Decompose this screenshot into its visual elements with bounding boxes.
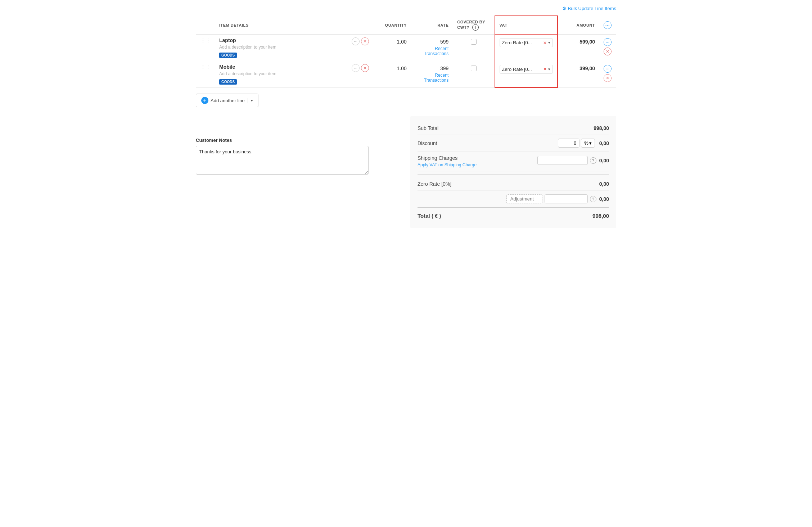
rate-value[interactable]: 599 bbox=[415, 37, 448, 45]
customer-notes-label: Customer Notes bbox=[196, 138, 402, 143]
subtotal-row: Sub Total 998,00 bbox=[418, 122, 609, 135]
discount-input[interactable] bbox=[558, 139, 579, 148]
vat-chevron-icon[interactable]: ▾ bbox=[548, 40, 550, 45]
vat-clear-icon[interactable]: ✕ bbox=[543, 40, 547, 45]
col-header-amount: AMOUNT bbox=[558, 16, 599, 34]
table-row: ⋮⋮ Laptop Add a description to your item… bbox=[196, 34, 616, 61]
shipping-help-icon[interactable]: ? bbox=[590, 157, 596, 164]
amount-value: 599,00 bbox=[562, 37, 595, 45]
cwt-info-icon[interactable]: i bbox=[472, 24, 479, 31]
total-value: 998,00 bbox=[592, 213, 609, 219]
customer-notes-textarea[interactable]: Thanks for your business. bbox=[196, 146, 369, 175]
shipping-value: 0,00 bbox=[599, 158, 609, 163]
adjustment-value-input[interactable] bbox=[545, 194, 588, 203]
adjustment-help-icon[interactable]: ? bbox=[590, 196, 596, 202]
item-options-button[interactable]: ··· bbox=[352, 37, 360, 45]
vat-select[interactable]: Zero Rate [0... ✕ ▾ bbox=[500, 65, 553, 74]
item-description[interactable]: Add a description to your item bbox=[219, 71, 276, 76]
cwt-checkbox[interactable] bbox=[471, 39, 477, 45]
totals-section: Sub Total 998,00 Discount % ▾ bbox=[410, 116, 616, 228]
discount-label: Discount bbox=[418, 140, 437, 146]
col-header-quantity: QUANTITY bbox=[373, 16, 411, 34]
goods-badge: GOODS bbox=[219, 53, 237, 58]
quantity-value[interactable]: 1.00 bbox=[378, 37, 407, 45]
col-header-item: ITEM DETAILS bbox=[215, 16, 373, 34]
item-description[interactable]: Add a description to your item bbox=[219, 45, 276, 50]
discount-row: Discount % ▾ 0,00 bbox=[418, 135, 609, 152]
amount-value: 399,00 bbox=[562, 64, 595, 71]
plus-icon: + bbox=[201, 97, 208, 104]
add-another-line-button[interactable]: + Add another line ▾ bbox=[196, 94, 258, 107]
recent-transactions-link[interactable]: Recent Transactions bbox=[415, 46, 448, 56]
vat-value: Zero Rate [0... bbox=[502, 40, 542, 45]
customer-notes-section: Customer Notes Thanks for your business. bbox=[196, 116, 402, 228]
add-line-chevron-icon[interactable]: ▾ bbox=[248, 98, 253, 103]
gear-icon: ⚙ bbox=[562, 6, 567, 11]
goods-badge: GOODS bbox=[219, 79, 237, 85]
row-delete-button[interactable]: ✕ bbox=[604, 48, 612, 55]
vat-clear-icon[interactable]: ✕ bbox=[543, 67, 547, 72]
item-name: Laptop bbox=[219, 37, 276, 43]
table-options-icon[interactable]: ··· bbox=[604, 21, 612, 29]
row-options-button[interactable]: ··· bbox=[604, 65, 612, 73]
vat-chevron-icon[interactable]: ▾ bbox=[548, 67, 550, 72]
col-header-cwt: COVERED BY CWT? i bbox=[453, 16, 495, 34]
cwt-checkbox[interactable] bbox=[471, 66, 477, 71]
rate-value[interactable]: 399 bbox=[415, 64, 448, 71]
row-options-button[interactable]: ··· bbox=[604, 38, 612, 46]
apply-vat-link[interactable]: Apply VAT on Shipping Charge bbox=[418, 162, 477, 167]
total-label: Total ( € ) bbox=[418, 213, 441, 219]
add-line-section: + Add another line ▾ bbox=[196, 88, 616, 113]
table-row: ⋮⋮ Mobile Add a description to your item… bbox=[196, 61, 616, 87]
item-name: Mobile bbox=[219, 64, 276, 70]
item-delete-button[interactable]: ✕ bbox=[361, 37, 369, 45]
adjustment-value: 0,00 bbox=[599, 196, 609, 202]
row-delete-button[interactable]: ✕ bbox=[604, 74, 612, 82]
vat-line-row: Zero Rate [0%] 0,00 bbox=[418, 177, 609, 191]
add-line-label: Add another line bbox=[211, 98, 245, 103]
discount-type-button[interactable]: % ▾ bbox=[581, 139, 595, 148]
bulk-update-link[interactable]: ⚙ Bulk Update Line Items bbox=[562, 6, 616, 11]
adjustment-row: ? 0,00 bbox=[418, 191, 609, 207]
col-header-rate: RATE bbox=[411, 16, 453, 34]
shipping-label: Shipping Charges bbox=[418, 155, 477, 161]
line-items-table: ITEM DETAILS QUANTITY RATE COVERED BY CW… bbox=[196, 15, 616, 88]
col-header-vat: VAT bbox=[495, 16, 558, 34]
subtotal-label: Sub Total bbox=[418, 125, 438, 131]
drag-handle-icon: ⋮⋮ bbox=[200, 64, 211, 70]
adjustment-label-input[interactable] bbox=[506, 194, 542, 203]
drag-handle-icon: ⋮⋮ bbox=[200, 37, 211, 43]
recent-transactions-link[interactable]: Recent Transactions bbox=[415, 73, 448, 83]
discount-chevron-icon: ▾ bbox=[589, 140, 592, 146]
vat-select[interactable]: Zero Rate [0... ✕ ▾ bbox=[500, 38, 553, 47]
vat-line-label: Zero Rate [0%] bbox=[418, 181, 451, 187]
subtotal-value: 998,00 bbox=[594, 125, 609, 131]
shipping-input[interactable] bbox=[537, 156, 588, 165]
quantity-value[interactable]: 1.00 bbox=[378, 64, 407, 71]
shipping-row: Shipping Charges Apply VAT on Shipping C… bbox=[418, 152, 609, 171]
item-options-button[interactable]: ··· bbox=[352, 64, 360, 72]
vat-value: Zero Rate [0... bbox=[502, 67, 542, 72]
discount-value: 0,00 bbox=[599, 140, 609, 146]
bulk-update-label: Bulk Update Line Items bbox=[568, 6, 616, 11]
vat-line-value: 0,00 bbox=[599, 181, 609, 187]
total-row: Total ( € ) 998,00 bbox=[418, 207, 609, 222]
item-delete-button[interactable]: ✕ bbox=[361, 64, 369, 72]
